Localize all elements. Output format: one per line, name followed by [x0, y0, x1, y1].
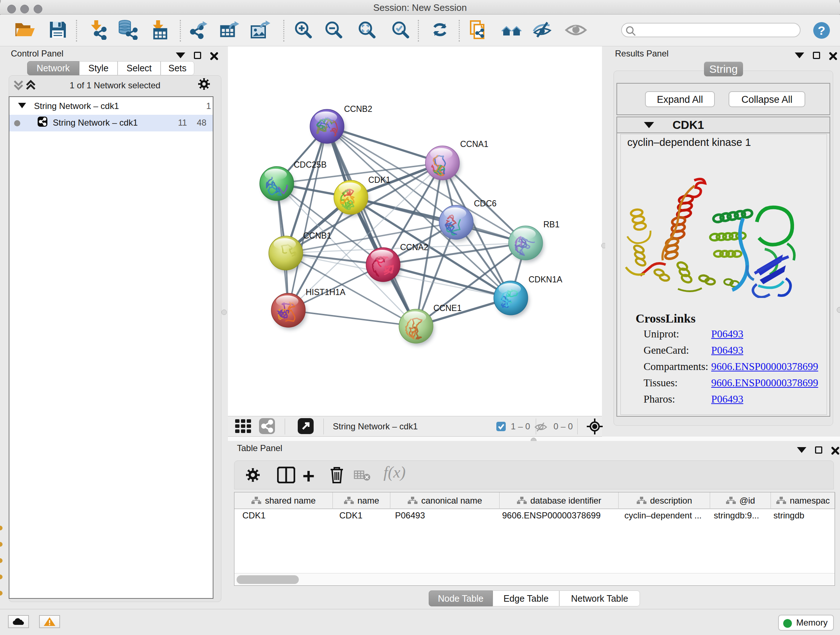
svg-text:CCNA2: CCNA2: [400, 242, 428, 252]
svg-text:CCNB2: CCNB2: [344, 104, 372, 114]
svg-text:CDK1: CDK1: [368, 175, 390, 185]
svg-text:HIST1H1A: HIST1H1A: [306, 287, 346, 297]
svg-text:CCNA1: CCNA1: [460, 139, 488, 149]
svg-text:CCNB1: CCNB1: [303, 231, 332, 241]
svg-text:CDC25B: CDC25B: [294, 160, 327, 169]
svg-text:CDKN1A: CDKN1A: [529, 275, 562, 284]
svg-text:RB1: RB1: [543, 220, 560, 229]
svg-text:CCNE1: CCNE1: [433, 303, 462, 313]
svg-text:CDC6: CDC6: [474, 199, 497, 208]
